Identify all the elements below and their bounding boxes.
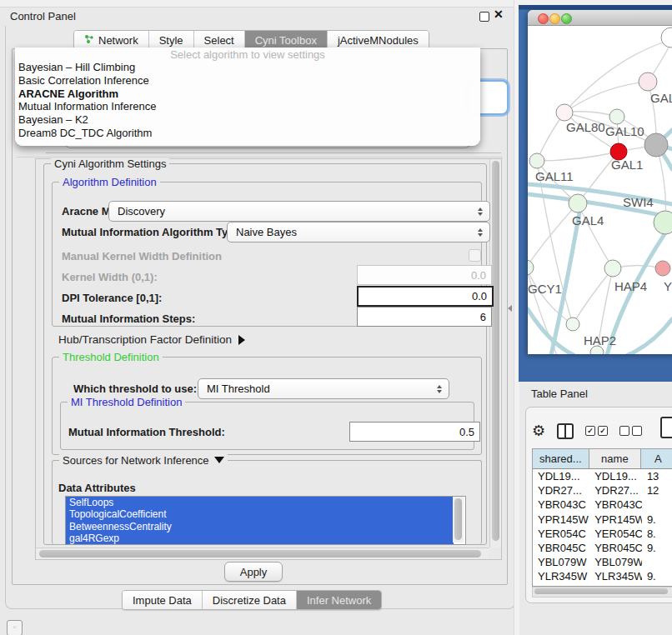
table-row[interactable]: YDL19...YDL19...13	[533, 469, 672, 483]
table-row[interactable]: YPR145WYPR145W9.	[533, 512, 672, 527]
network-node-gal10[interactable]	[609, 109, 624, 124]
kernel-width-field[interactable]: 0.0	[357, 265, 492, 285]
attributes-scrollbar-thumb[interactable]	[454, 498, 462, 540]
attribute-item[interactable]: TopologicalCoefficient	[66, 508, 454, 520]
horizontal-scrollbar-thumb[interactable]	[39, 550, 481, 558]
table-scrollbar-thumb[interactable]	[534, 588, 668, 594]
column-header-shared[interactable]: shared...	[533, 449, 589, 468]
data-attributes-list[interactable]: SelfLoopsTopologicalCoefficientBetweenne…	[65, 496, 466, 545]
subtab-label: Discretize Data	[213, 594, 286, 607]
mini-panel-button[interactable]: ▫	[7, 620, 23, 635]
which-threshold-label: Which threshold to use:	[73, 382, 197, 395]
table-body: YDL19...YDL19...13YDR27...YDR27...12YBR0…	[533, 469, 672, 587]
node-label-hap4: HAP4	[614, 279, 647, 293]
table-row[interactable]: YDR27...YDR27...12	[533, 483, 672, 498]
tab-select[interactable]: Select	[194, 31, 245, 49]
splitter-collapse-icon[interactable]	[508, 305, 512, 312]
which-threshold-select[interactable]: MI Threshold	[198, 378, 449, 399]
network-node-y[interactable]	[655, 261, 670, 276]
horizontal-scrollbar[interactable]	[36, 548, 489, 559]
mi-type-select[interactable]: Naive Bayes	[227, 222, 490, 242]
spinner-arrows-icon	[437, 385, 442, 393]
groupbox-fragment-line	[46, 152, 501, 153]
node-label-gal80: GAL80	[566, 120, 605, 134]
network-node-gcy1[interactable]	[528, 260, 534, 275]
tab-label: Style	[159, 34, 183, 47]
select-all-checkboxes-icon[interactable]: ✓✓	[585, 426, 608, 436]
network-node-hap4[interactable]	[604, 260, 621, 277]
mi-type-label: Mutual Information Algorithm Type:	[62, 226, 244, 238]
minimize-window-icon[interactable]	[549, 13, 560, 24]
network-edge[interactable]	[628, 319, 672, 354]
network-node[interactable]	[661, 28, 672, 48]
aracne-mode-value: Discovery	[118, 205, 165, 218]
tab-style[interactable]: Style	[149, 31, 194, 49]
subtab-infer-network[interactable]: Infer Network	[297, 591, 381, 609]
algorithm-option[interactable]: Dream8 DC_TDC Algorithm	[15, 127, 480, 140]
columns-icon[interactable]	[557, 423, 574, 439]
apply-button[interactable]: Apply	[224, 562, 283, 582]
new-table-icon[interactable]	[660, 417, 672, 438]
network-node-gal11[interactable]	[529, 153, 544, 168]
tab-label: Select	[204, 34, 234, 47]
close-panel-icon[interactable]: ✕	[494, 8, 504, 21]
mi-type-value: Naive Bayes	[236, 226, 297, 238]
subtab-discretize-data[interactable]: Discretize Data	[203, 591, 297, 609]
table-header: shared...nameA	[533, 449, 672, 469]
mi-steps-field[interactable]: 6	[357, 307, 492, 327]
float-panel-icon[interactable]	[479, 12, 489, 22]
threshold-definition-title: Threshold Definition	[59, 351, 163, 363]
algorithm-option[interactable]: Bayesian – K2	[15, 113, 480, 127]
table-row[interactable]: YBR043CYBR043C	[533, 498, 672, 512]
algorithm-option[interactable]: Mutual Information Inference	[15, 100, 480, 113]
vertical-scrollbar-thumb[interactable]	[492, 161, 499, 541]
algorithm-option[interactable]: Basic Correlation Inference	[15, 74, 480, 88]
network-canvas[interactable]: GALGAL80GAL10GAL1GAL11SWI4GAL4GCY1HAP4YH…	[528, 26, 672, 354]
table-cell	[642, 555, 672, 569]
manual-kernel-checkbox[interactable]	[469, 249, 481, 262]
tab-cyni-toolbox[interactable]: Cyni Toolbox	[245, 31, 328, 49]
attribute-item[interactable]: gal4RGexp	[66, 532, 454, 544]
table-cell: YLR345W	[533, 569, 589, 583]
data-attributes-label: Data Attributes	[58, 482, 136, 494]
attribute-item[interactable]: BetweennessCentrality	[66, 521, 454, 532]
subtab-impute-data[interactable]: Impute Data	[123, 591, 203, 609]
tab-label: jActiveMNodules	[338, 34, 419, 47]
deselect-all-checkboxes-icon[interactable]	[619, 426, 642, 436]
spinner-arrows-icon	[478, 228, 483, 237]
sources-group-title[interactable]: Sources for Network Inference	[59, 454, 228, 467]
network-edge[interactable]	[537, 152, 619, 161]
table-row[interactable]: YER054CYER054C8.	[533, 527, 672, 541]
attribute-item[interactable]: SelfLoops	[66, 497, 454, 508]
network-node-gal80[interactable]	[556, 104, 573, 121]
network-edge[interactable]	[564, 82, 648, 112]
tab-jactivemnodules[interactable]: jActiveMNodules	[328, 31, 429, 49]
mi-threshold-field[interactable]: 0.5	[349, 422, 480, 442]
table-row[interactable]: YLR345WYLR345W9.	[533, 569, 672, 583]
node-label-gal10: GAL10	[605, 124, 644, 138]
tab-network[interactable]: Network	[74, 31, 149, 49]
table-row[interactable]: YBL079WYBL079W	[533, 555, 672, 569]
network-node-hap2[interactable]	[566, 318, 579, 331]
dpi-tolerance-field[interactable]: 0.0	[357, 286, 494, 307]
table-horizontal-scrollbar[interactable]	[532, 587, 672, 598]
network-node-gal[interactable]	[639, 72, 657, 91]
table-row[interactable]: YBR045CYBR045C9.	[533, 541, 672, 555]
zoom-window-icon[interactable]	[561, 13, 572, 24]
network-node[interactable]	[644, 133, 668, 157]
column-header-name[interactable]: name	[589, 449, 641, 468]
aracne-mode-select[interactable]: Discovery	[108, 201, 490, 222]
algorithm-option[interactable]: ARACNE Algorithm	[15, 88, 480, 101]
gear-icon[interactable]: ⚙	[532, 423, 545, 438]
network-node-gal4[interactable]	[569, 194, 587, 212]
network-icon	[84, 34, 94, 47]
node-label-gcy1: GCY1	[528, 282, 562, 296]
column-header-A[interactable]: A	[641, 449, 672, 468]
hub-definition-toggle[interactable]: Hub/Transcription Factor Definition	[58, 333, 245, 346]
algorithm-option[interactable]: Bayesian – Hill Climbing	[15, 61, 480, 74]
application-window: Control Panel ✕ NetworkStyleSelectCyni T…	[0, 0, 672, 635]
network-window-titlebar[interactable]	[528, 10, 672, 26]
vertical-scrollbar[interactable]	[489, 159, 501, 548]
attributes-list-scrollbar[interactable]	[453, 497, 464, 542]
close-window-icon[interactable]	[538, 13, 549, 24]
